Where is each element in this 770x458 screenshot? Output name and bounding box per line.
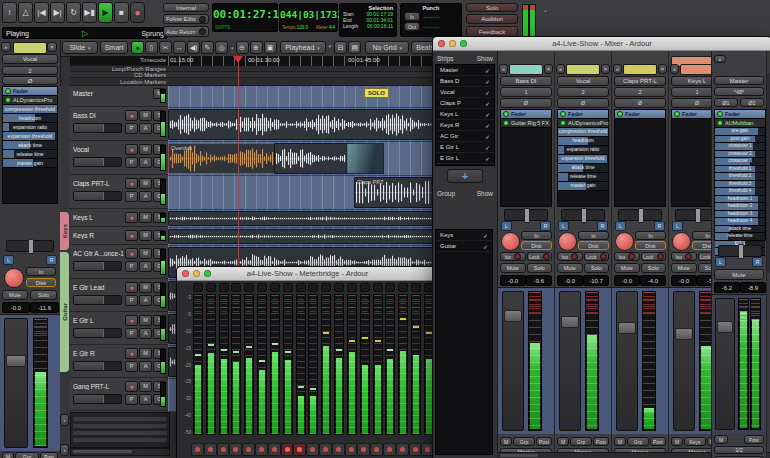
track-header-ac-gtr-a-unce-1[interactable]: AC Gtr A...unce-1●MSPAG <box>70 246 168 279</box>
strip-shrink-button[interactable]: « <box>499 64 508 74</box>
record-enable-dot[interactable] <box>332 443 345 456</box>
plugin-param-crossover-3[interactable]: crossover 3 <box>715 158 765 166</box>
input-monitor-button[interactable]: In <box>521 231 552 240</box>
minimize-window-icon[interactable] <box>193 270 200 277</box>
automation-button[interactable]: A <box>139 191 152 202</box>
playlist-button[interactable]: P <box>125 295 138 306</box>
group-button[interactable]: Keys <box>684 437 706 446</box>
plugin-param-release-time[interactable]: release time <box>3 150 57 159</box>
mute-button[interactable]: M <box>139 315 152 326</box>
track-lane-claps-prt-l[interactable]: Claps PRT <box>168 176 432 210</box>
track-header-e-gtr-lead[interactable]: E Gtr Lead●MSPAG <box>70 280 168 312</box>
automation-button[interactable]: A <box>139 361 152 372</box>
automation-button[interactable]: A <box>139 328 152 339</box>
group-button[interactable]: Grp <box>15 452 39 458</box>
solo-button[interactable]: Solo <box>641 263 667 273</box>
record-enable-button[interactable] <box>558 232 577 251</box>
processor-led[interactable] <box>5 97 11 103</box>
track-header-gang-prt-l[interactable]: Gang PRT-L●MSPAG <box>70 379 168 411</box>
plugin-param-threshold-2[interactable]: threshold 2 <box>715 173 765 181</box>
fader-mode-button[interactable]: Post <box>40 452 58 458</box>
meter-name-button[interactable] <box>385 283 395 292</box>
plugin-param-expansion-ratio[interactable]: expansion ratio <box>558 146 608 155</box>
zoom-fit-button[interactable]: ▣ <box>264 41 277 54</box>
metering-point-button[interactable]: M <box>614 437 626 446</box>
gain-slider[interactable] <box>73 123 122 133</box>
stop-button[interactable]: ■ <box>114 2 129 23</box>
gain-slider[interactable] <box>73 191 122 201</box>
strip-track-name[interactable]: Vocal <box>2 54 58 64</box>
track-header-keys-r[interactable]: Keys R●MS <box>70 228 168 245</box>
smart-mode-button[interactable]: Smart <box>100 41 128 54</box>
record-enable-button[interactable]: ● <box>125 381 138 392</box>
mute-button[interactable]: M <box>139 212 152 223</box>
pan-right-button[interactable]: R <box>752 257 763 267</box>
record-enable-dot[interactable] <box>229 443 242 456</box>
track-lane-keys-l[interactable] <box>168 210 432 228</box>
track-lane-master[interactable] <box>168 86 432 108</box>
track-height-button[interactable]: ⊟ <box>334 41 347 54</box>
gain-slider[interactable] <box>73 328 122 338</box>
pan-left-button[interactable]: L <box>3 255 14 265</box>
processor-plugin[interactable]: AUDynamicsPro <box>558 119 608 128</box>
track-color-swatch[interactable] <box>13 42 47 54</box>
peak-display[interactable]: -10.7 <box>583 275 609 286</box>
metering-point-button[interactable]: M <box>500 437 512 446</box>
fader-mode-button[interactable]: Post <box>650 437 666 446</box>
plugin-param-release-time[interactable]: release time <box>558 173 608 182</box>
output-button[interactable]: 1/2 <box>714 446 764 454</box>
meter-name-button[interactable] <box>347 283 357 292</box>
strip-track-name[interactable]: Vocal <box>557 76 609 86</box>
punch-out-button[interactable]: Out <box>404 22 420 31</box>
meter-name-button[interactable] <box>334 283 344 292</box>
record-enable-button[interactable]: ● <box>125 282 138 293</box>
pan-slider[interactable] <box>504 209 548 221</box>
strip-shrink-button[interactable]: « <box>1 42 11 52</box>
plugin-param-attack-time[interactable]: attack time <box>715 226 765 234</box>
audio-region-claps-prt[interactable]: Claps PRT <box>354 177 432 208</box>
record-enable-dot[interactable] <box>383 443 396 456</box>
timecode-ruler-scale[interactable]: 01:15:0000:01:30:0000:01:45:00 <box>168 56 432 66</box>
pan-slider[interactable] <box>618 209 662 221</box>
track-header-keys-l[interactable]: Keys L●MS <box>70 210 168 227</box>
track-color-swatch[interactable] <box>680 64 714 75</box>
tool-zoom[interactable]: ◎ <box>215 41 228 54</box>
strip-close-button[interactable]: × <box>544 64 553 74</box>
plugin-param-threshold-3[interactable]: threshold 3 <box>715 181 765 189</box>
audio-region[interactable] <box>274 143 348 174</box>
plugin-param-compression-threshold[interactable]: compression threshold <box>558 128 608 137</box>
record-enable-dot[interactable] <box>255 443 268 456</box>
strip-track-name[interactable]: Master <box>714 76 764 85</box>
gain-fader[interactable] <box>4 318 28 448</box>
strip-input-button[interactable]: 2 <box>614 87 666 97</box>
record-enable-button[interactable] <box>615 232 634 251</box>
automation-button[interactable]: A <box>139 261 152 272</box>
gain-slider[interactable] <box>73 361 122 371</box>
track-lane-vocal[interactable]: Overdub <box>168 142 432 176</box>
mute-button[interactable]: Mute <box>2 290 28 300</box>
loop-button[interactable]: ↻ <box>66 2 81 23</box>
processor-plugin[interactable]: AUMultiban <box>715 119 765 128</box>
meter-name-button[interactable] <box>219 283 229 292</box>
strip-close-button[interactable]: × <box>47 42 57 52</box>
plugin-param-post-gain[interactable]: post-gain <box>715 136 765 144</box>
record-enable-button[interactable]: ● <box>125 144 138 155</box>
mute-button[interactable]: M <box>139 230 152 241</box>
pan-right-button[interactable]: R <box>46 255 57 265</box>
gain-slider[interactable] <box>73 295 122 305</box>
grid-mode-dropdown[interactable]: No Grid▾ <box>365 41 409 54</box>
gain-fader[interactable] <box>673 291 695 431</box>
gain-slider[interactable] <box>73 157 122 167</box>
record-enable-dot[interactable] <box>370 443 383 456</box>
meter-name-button[interactable] <box>244 283 254 292</box>
record-enable-button[interactable]: ● <box>125 212 138 223</box>
tool-draw[interactable]: ✎ <box>201 41 214 54</box>
strip-input-button[interactable]: 2 <box>557 87 609 97</box>
pan-right-button[interactable]: R <box>597 221 608 231</box>
strip-track-name[interactable]: Bass DI <box>500 76 552 86</box>
playlist-button[interactable]: P <box>125 328 138 339</box>
processor-box[interactable]: Fader ALDynamicsPro compression threshol… <box>2 86 58 204</box>
solo-lock-button[interactable]: Lock <box>584 252 610 261</box>
go-end-button[interactable]: ▶| <box>50 2 65 23</box>
strip-subtitle-button[interactable]: *48* <box>714 87 764 96</box>
